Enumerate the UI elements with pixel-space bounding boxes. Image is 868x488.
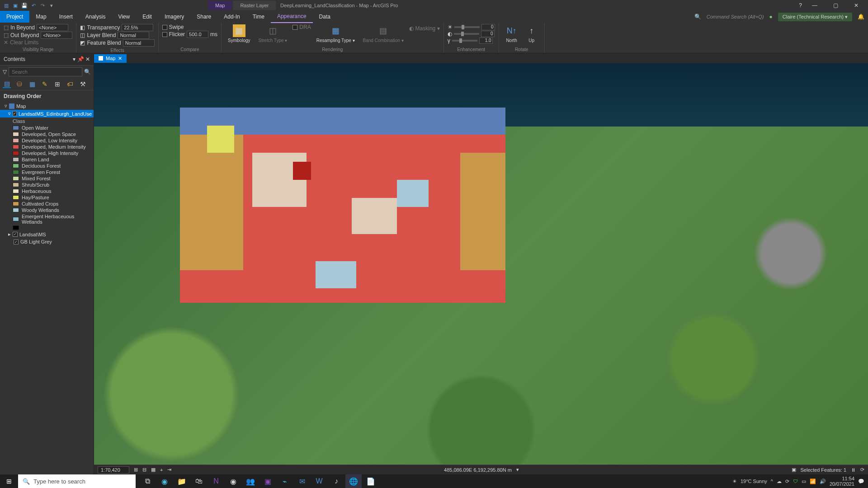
menu-data[interactable]: Data xyxy=(313,11,337,23)
swipe-checkbox[interactable] xyxy=(162,25,167,30)
word-icon[interactable]: W xyxy=(311,474,327,488)
open-project-icon[interactable]: ▣ xyxy=(12,2,19,9)
refresh-icon[interactable]: ⟳ xyxy=(860,467,864,473)
brightness-value[interactable]: 0 xyxy=(481,24,495,30)
search-icon[interactable]: 🔍 xyxy=(694,14,701,20)
legend-item[interactable]: Developed, Open Space xyxy=(0,131,94,137)
legend-item[interactable]: Herbaceuous xyxy=(0,188,94,194)
layer-visibility-checkbox[interactable]: ✓ xyxy=(13,232,18,237)
flicker-checkbox[interactable] xyxy=(162,32,167,37)
edge-icon[interactable]: ◉ xyxy=(156,474,173,488)
list-by-selection-icon[interactable]: ▦ xyxy=(28,80,36,88)
onenote-icon[interactable]: N xyxy=(208,474,224,488)
resampling-button[interactable]: ▦Resampling Type ▾ xyxy=(314,23,358,44)
taskbar-search[interactable]: 🔍 Type here to search xyxy=(18,474,136,488)
feature-blend-select[interactable]: Normal xyxy=(123,39,155,47)
new-project-icon[interactable]: ▥ xyxy=(3,2,10,9)
scale-input[interactable]: 1:70,420 xyxy=(98,466,129,474)
layer-blend-select[interactable]: Normal xyxy=(118,32,149,39)
explorer-icon[interactable]: 📁 xyxy=(174,474,190,488)
brightness-slider[interactable] xyxy=(454,26,480,28)
stretch-type-button[interactable]: ◫Stretch Type ▾ xyxy=(256,23,290,44)
menu-project[interactable]: Project xyxy=(0,11,29,23)
legend-item[interactable]: Mixed Forest xyxy=(0,175,94,182)
contrast-value[interactable]: 0 xyxy=(481,31,495,37)
out-beyond-select[interactable]: <None> xyxy=(41,32,72,39)
task-view-icon[interactable]: ⧉ xyxy=(139,474,156,488)
itunes-icon[interactable]: ♪ xyxy=(328,474,344,488)
menu-edit[interactable]: Edit xyxy=(136,11,158,23)
weather-text[interactable]: 19°C Sunny xyxy=(741,479,767,484)
pause-drawing-icon[interactable]: ⏸ xyxy=(851,467,856,473)
tree-layer-basemap[interactable]: ✓ GB Light Grey xyxy=(0,238,94,245)
transparency-input[interactable]: 22.5% xyxy=(122,24,153,31)
menu-map[interactable]: Map xyxy=(29,11,52,23)
redo-icon[interactable]: ↷ xyxy=(39,2,46,9)
menu-imagery[interactable]: Imagery xyxy=(158,11,190,23)
in-beyond-select[interactable]: <None> xyxy=(37,24,68,31)
minimize-button[interactable]: ― xyxy=(807,0,823,11)
taskbar-clock[interactable]: 11:54 20/07/2021 xyxy=(830,476,854,487)
contrast-slider[interactable] xyxy=(454,33,479,35)
undo-icon[interactable]: ↶ xyxy=(30,2,37,9)
expand-icon[interactable]: ▿ xyxy=(8,111,11,117)
list-by-editing-icon[interactable]: ✎ xyxy=(41,80,49,88)
weather-icon[interactable]: ☀ xyxy=(732,479,737,484)
band-combination-button[interactable]: ▤Band Combination ▾ xyxy=(360,23,406,44)
tree-map-node[interactable]: ▿ Map xyxy=(0,102,94,110)
list-by-source-icon[interactable]: ⛁ xyxy=(15,80,24,88)
map-canvas[interactable]: Time ▾ xyxy=(94,63,868,465)
maximize-button[interactable]: ▢ xyxy=(827,0,844,11)
notepad-icon[interactable]: 📄 xyxy=(363,474,379,488)
gamma-slider[interactable] xyxy=(452,40,477,42)
menu-view[interactable]: View xyxy=(112,11,136,23)
rotate-up-button[interactable]: ↑Up xyxy=(523,23,541,44)
teams-icon[interactable]: 👥 xyxy=(242,474,259,488)
rotate-north-button[interactable]: N↑North xyxy=(503,23,521,44)
clear-limits-button[interactable]: Clear Limits xyxy=(10,39,38,46)
gamma-value[interactable]: 1.0 xyxy=(479,38,493,44)
selected-features-readout[interactable]: Selected Features: 1 xyxy=(801,467,847,473)
legend-item[interactable]: Open Water xyxy=(0,125,94,131)
status-tool-icon[interactable]: ⊞ xyxy=(134,467,138,473)
legend-item[interactable]: Emergent Herbaceuous Wetlands xyxy=(0,213,94,225)
list-by-perf-icon[interactable]: ⚒ xyxy=(79,80,87,88)
menu-insert[interactable]: Insert xyxy=(53,11,79,23)
legend-item[interactable]: Developed, High Intensity xyxy=(0,150,94,156)
context-tab-raster[interactable]: Raster Layer xyxy=(233,1,276,10)
legend-item[interactable]: Barren Land xyxy=(0,156,94,163)
notifications-icon[interactable]: 🔔 xyxy=(858,14,864,20)
symbology-button[interactable]: ▦Symbology xyxy=(225,23,253,44)
close-panel-icon[interactable]: ✕ xyxy=(85,56,90,62)
legend-item[interactable]: Developed, Medium Intensity xyxy=(0,144,94,150)
legend-item[interactable]: Shrub/Scrub xyxy=(0,182,94,188)
legend-item[interactable]: Hay/Pasture xyxy=(0,194,94,201)
menu-time[interactable]: Time xyxy=(246,11,271,23)
dra-checkbox[interactable] xyxy=(292,25,297,30)
view-tab-map[interactable]: Map ✕ xyxy=(94,54,127,63)
contents-search-input[interactable] xyxy=(9,67,82,76)
layer-visibility-checkbox[interactable]: ✓ xyxy=(13,111,17,116)
menu-share[interactable]: Share xyxy=(190,11,217,23)
start-button[interactable]: ⊞ xyxy=(0,474,18,488)
action-center-icon[interactable]: 💬 xyxy=(858,479,864,484)
status-tool-icon[interactable]: ▦ xyxy=(151,467,156,473)
masking-button[interactable]: Masking ▾ xyxy=(415,25,440,32)
chrome-icon[interactable]: ◉ xyxy=(225,474,241,488)
tray-battery-icon[interactable]: ▭ xyxy=(802,479,806,484)
status-tool-icon[interactable]: ⊟ xyxy=(142,467,146,473)
outlook-icon[interactable]: ✉ xyxy=(294,474,310,488)
flicker-input[interactable] xyxy=(187,31,208,38)
autohide-icon[interactable]: ▾ 📌 xyxy=(73,56,84,62)
context-tab-map[interactable]: Map xyxy=(208,1,232,10)
close-view-icon[interactable]: ✕ xyxy=(118,56,122,61)
legend-item[interactable]: Developed, Low Intensity xyxy=(0,137,94,144)
save-icon[interactable]: 💾 xyxy=(21,2,28,9)
coord-dropdown-icon[interactable]: ▾ xyxy=(516,467,519,473)
user-badge[interactable]: Claire (Technical Research) ▾ xyxy=(778,13,852,21)
arcgis-icon[interactable]: 🌐 xyxy=(345,474,362,488)
expand-icon[interactable]: ▸ xyxy=(8,231,11,237)
coordinates-readout[interactable]: 485,086.09E 6,192,295.80N m xyxy=(444,467,512,473)
store-icon[interactable]: 🛍 xyxy=(191,474,207,488)
tray-security-icon[interactable]: 🛡 xyxy=(793,479,798,484)
